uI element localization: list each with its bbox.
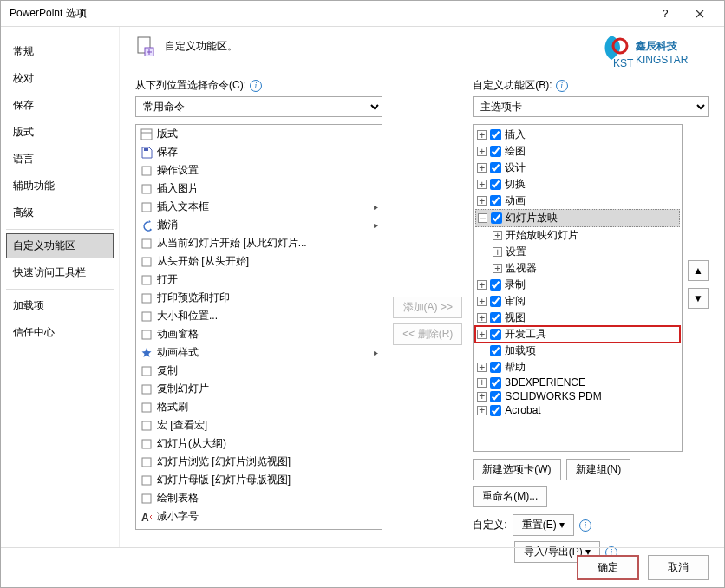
- tree-checkbox[interactable]: [490, 405, 501, 416]
- expand-toggle[interactable]: +: [477, 130, 487, 140]
- tree-item[interactable]: +SOLIDWORKS PDM: [475, 389, 680, 403]
- tree-checkbox[interactable]: [491, 212, 502, 224]
- command-item[interactable]: 插入图片: [136, 180, 382, 198]
- expand-toggle[interactable]: −: [478, 213, 487, 223]
- tree-checkbox[interactable]: [490, 362, 501, 373]
- tree-checkbox[interactable]: [490, 345, 501, 356]
- command-item[interactable]: 复制: [136, 362, 382, 380]
- move-down-button[interactable]: ▼: [688, 288, 709, 309]
- expand-toggle[interactable]: +: [493, 247, 502, 257]
- info-icon[interactable]: i: [250, 80, 262, 92]
- commands-dropdown[interactable]: 常用命令: [135, 96, 382, 117]
- command-item[interactable]: 宏 [查看宏]: [136, 416, 382, 434]
- sidebar-item[interactable]: 常规: [6, 39, 114, 64]
- sidebar-item[interactable]: 保存: [6, 93, 114, 118]
- tree-item[interactable]: +设计: [475, 160, 680, 176]
- sidebar-item[interactable]: 快速访问工具栏: [6, 260, 114, 285]
- tree-item[interactable]: +开发工具: [475, 326, 680, 343]
- expand-toggle[interactable]: +: [477, 313, 487, 323]
- expand-toggle[interactable]: +: [477, 406, 487, 415]
- tree-checkbox[interactable]: [490, 195, 501, 206]
- close-button[interactable]: [683, 1, 717, 27]
- command-item[interactable]: 幻灯片母版 [幻灯片母版视图]: [136, 471, 382, 489]
- tree-item[interactable]: +设置: [475, 244, 680, 260]
- reset-dropdown-button[interactable]: 重置(E) ▾: [513, 514, 574, 536]
- tree-item[interactable]: −幻灯片放映: [475, 209, 680, 227]
- tree-item[interactable]: +开始放映幻灯片: [475, 227, 680, 244]
- sidebar-item[interactable]: 自定义功能区: [6, 233, 114, 258]
- tree-item[interactable]: +审阅: [475, 293, 680, 310]
- remove-button[interactable]: << 删除(R): [393, 323, 462, 345]
- command-item[interactable]: A减小字号: [136, 507, 382, 526]
- expand-toggle[interactable]: +: [493, 264, 502, 273]
- expand-toggle[interactable]: +: [477, 147, 487, 156]
- new-tab-button[interactable]: 新建选项卡(W): [473, 459, 560, 480]
- expand-toggle[interactable]: +: [477, 280, 487, 290]
- command-item[interactable]: 保存: [136, 143, 382, 161]
- help-button[interactable]: ?: [648, 1, 683, 27]
- command-item[interactable]: 格式刷: [136, 398, 382, 416]
- command-item[interactable]: 大小和位置...: [136, 307, 382, 325]
- sidebar-item[interactable]: 校对: [6, 66, 114, 91]
- command-item[interactable]: 版式: [136, 125, 382, 143]
- sidebar-item[interactable]: 信任中心: [6, 320, 114, 345]
- tree-item[interactable]: +3DEXPERIENCE: [475, 376, 680, 389]
- command-item[interactable]: 打印预览和打印: [136, 289, 382, 307]
- ok-button[interactable]: 确定: [577, 555, 639, 580]
- tree-item[interactable]: +切换: [475, 176, 680, 193]
- tree-checkbox[interactable]: [490, 296, 501, 307]
- rename-button[interactable]: 重命名(M)...: [473, 486, 547, 507]
- command-item[interactable]: 动画窗格: [136, 325, 382, 343]
- tree-checkbox[interactable]: [490, 129, 501, 140]
- tree-item[interactable]: +Acrobat: [475, 403, 680, 417]
- tree-checkbox[interactable]: [490, 146, 501, 157]
- add-button[interactable]: 添加(A) >>: [393, 297, 462, 318]
- command-item[interactable]: 从头开始 [从头开始]: [136, 252, 382, 271]
- new-group-button[interactable]: 新建组(N): [566, 459, 631, 480]
- expand-toggle[interactable]: +: [477, 392, 487, 402]
- tree-checkbox[interactable]: [490, 329, 501, 340]
- sidebar-item[interactable]: 辅助功能: [6, 173, 114, 199]
- commands-listbox[interactable]: 版式保存操作设置插入图片插入文本框▸撤消▸从当前幻灯片开始 [从此幻灯片...从…: [135, 124, 382, 530]
- tree-item[interactable]: +监视器: [475, 260, 680, 277]
- tree-checkbox[interactable]: [490, 179, 501, 190]
- ribbon-tree[interactable]: +插入+绘图+设计+切换+动画−幻灯片放映+开始放映幻灯片+设置+监视器+录制+…: [473, 124, 683, 452]
- sidebar-item[interactable]: 高级: [6, 200, 114, 225]
- command-item[interactable]: 绘制表格: [136, 489, 382, 507]
- tree-item[interactable]: +动画: [475, 193, 680, 209]
- expand-toggle[interactable]: +: [477, 378, 487, 388]
- tree-item[interactable]: +绘图: [475, 143, 680, 160]
- sidebar-item[interactable]: 语言: [6, 147, 114, 172]
- sidebar-item[interactable]: 加载项: [6, 293, 114, 318]
- expand-toggle[interactable]: +: [477, 163, 487, 173]
- tree-checkbox[interactable]: [490, 391, 501, 402]
- tree-checkbox[interactable]: [490, 312, 501, 323]
- move-up-button[interactable]: ▲: [688, 260, 709, 281]
- command-item[interactable]: 复制幻灯片: [136, 380, 382, 398]
- expand-toggle[interactable]: +: [477, 196, 487, 206]
- tree-checkbox[interactable]: [490, 377, 501, 389]
- tree-checkbox[interactable]: [490, 279, 501, 291]
- tree-item[interactable]: +录制: [475, 277, 680, 293]
- tree-checkbox[interactable]: [490, 162, 501, 173]
- expand-toggle[interactable]: +: [477, 180, 487, 189]
- cancel-button[interactable]: 取消: [648, 555, 709, 580]
- tree-item[interactable]: 加载项: [475, 343, 680, 359]
- command-item[interactable]: 动画样式▸: [136, 343, 382, 362]
- info-icon[interactable]: i: [579, 519, 591, 532]
- command-item[interactable]: 打开: [136, 271, 382, 289]
- info-icon[interactable]: i: [556, 80, 568, 92]
- tree-item[interactable]: +帮助: [475, 359, 680, 376]
- expand-toggle[interactable]: +: [493, 231, 502, 240]
- expand-toggle[interactable]: +: [477, 363, 487, 372]
- ribbon-dropdown[interactable]: 主选项卡: [473, 96, 709, 117]
- command-item[interactable]: 剪切: [136, 526, 382, 530]
- command-item[interactable]: 幻灯片浏览 [幻灯片浏览视图]: [136, 453, 382, 471]
- command-item[interactable]: 插入文本框▸: [136, 198, 382, 216]
- expand-toggle[interactable]: +: [477, 297, 487, 306]
- command-item[interactable]: 操作设置: [136, 161, 382, 180]
- command-item[interactable]: 从当前幻灯片开始 [从此幻灯片...: [136, 234, 382, 252]
- tree-item[interactable]: +视图: [475, 310, 680, 326]
- sidebar-item[interactable]: 版式: [6, 120, 114, 145]
- tree-item[interactable]: +插入: [475, 127, 680, 143]
